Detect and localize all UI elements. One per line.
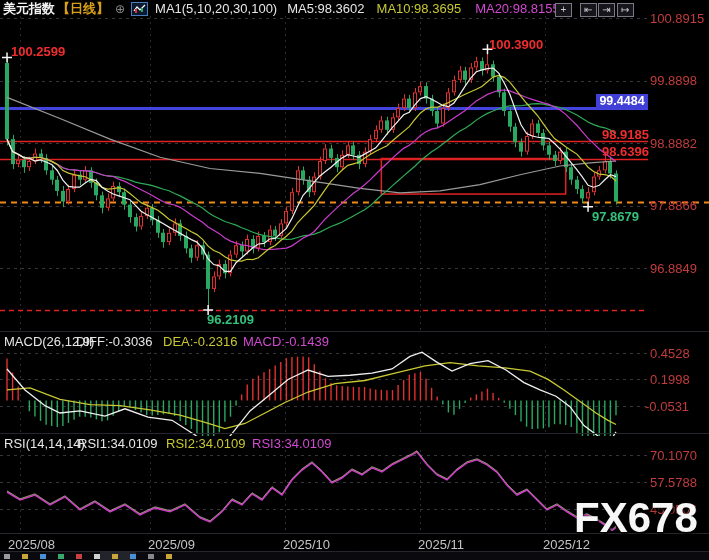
rsi-axis-label: 70.1070 xyxy=(650,448,697,463)
rsi-axis-label: 57.5788 xyxy=(650,475,697,490)
macd-dea-value: DEA:-0.2316 xyxy=(163,334,237,349)
rsi1-value: RSI1:34.0109 xyxy=(78,436,158,451)
resistance-line-label[interactable]: 98.9185 xyxy=(602,127,649,142)
macd-axis-label: 0.1998 xyxy=(650,372,690,387)
ma20-value: MA20:98.8155 xyxy=(475,1,560,16)
expand-icon[interactable]: ⊕ xyxy=(115,2,125,16)
taskbar-icon[interactable] xyxy=(94,554,100,559)
price-axis-label: 100.8915 xyxy=(650,11,704,26)
zoom-out-icon[interactable]: ⇥ xyxy=(598,3,615,17)
low-marker-label: 97.8679 xyxy=(592,209,639,224)
taskbar-icon[interactable] xyxy=(40,554,46,559)
zoom-in-icon[interactable]: ⇤ xyxy=(580,3,597,17)
ma10-value: MA10:98.3695 xyxy=(377,1,462,16)
fx678-watermark: FX678 xyxy=(574,494,698,542)
x-axis-label: 2025/11 xyxy=(418,537,464,552)
blue-hline-label[interactable]: 99.4484 xyxy=(596,94,648,109)
macd-axis-label: -0.0531 xyxy=(645,399,689,414)
price-axis-label: 96.8849 xyxy=(650,261,697,276)
trading-app-window: 美元指数 【日线】 ⊕ MA1(5,10,20,30,100) MA5:98.3… xyxy=(0,0,709,560)
ma5-value: MA5:98.3602 xyxy=(287,1,364,16)
macd-diff-value: DIFF:-0.3036 xyxy=(76,334,153,349)
high-marker-label: 100.2599 xyxy=(11,44,65,59)
pan-icon[interactable]: + xyxy=(555,3,572,17)
taskbar-icon[interactable] xyxy=(112,554,118,559)
high-marker-label: 100.3900 xyxy=(489,37,543,52)
macd-value: MACD:-0.1439 xyxy=(243,334,329,349)
macd-axis-label: 0.4528 xyxy=(650,346,690,361)
price-axis-label: 98.8882 xyxy=(650,136,697,151)
rsi3-value: RSI3:34.0109 xyxy=(252,436,332,451)
taskbar-icon[interactable] xyxy=(166,554,172,559)
price-axis-label: 99.8898 xyxy=(650,73,697,88)
chart-header: 美元指数 【日线】 ⊕ MA1(5,10,20,30,100) MA5:98.3… xyxy=(3,1,560,16)
x-axis-label: 2025/08 xyxy=(8,537,55,552)
low-marker-label: 96.2109 xyxy=(207,312,254,327)
timeframe-label[interactable]: 【日线】 xyxy=(57,0,109,18)
ma-group-label: MA1(5,10,20,30,100) xyxy=(155,1,277,16)
taskbar-icon[interactable] xyxy=(4,554,10,559)
chart-overlay: 美元指数 【日线】 ⊕ MA1(5,10,20,30,100) MA5:98.3… xyxy=(0,0,709,560)
resistance-line-label[interactable]: 98.6396 xyxy=(602,144,649,159)
shift-right-icon[interactable]: ↦ xyxy=(617,3,634,17)
rsi-title: RSI(14,14,14) xyxy=(4,436,85,451)
taskbar-icon[interactable] xyxy=(130,554,136,559)
taskbar-icon[interactable] xyxy=(58,554,64,559)
taskbar-icon[interactable] xyxy=(76,554,82,559)
x-axis-label: 2025/10 xyxy=(283,537,330,552)
x-axis-label: 2025/09 xyxy=(148,537,195,552)
taskbar-icon[interactable] xyxy=(22,554,28,559)
taskbar-cutoff-strip[interactable] xyxy=(0,552,709,560)
symbol-name: 美元指数 xyxy=(3,0,55,18)
price-axis-label: 97.8866 xyxy=(650,198,697,213)
indicator-chart-icon[interactable] xyxy=(131,2,148,16)
rsi2-value: RSI2:34.0109 xyxy=(166,436,246,451)
taskbar-icon[interactable] xyxy=(148,554,154,559)
